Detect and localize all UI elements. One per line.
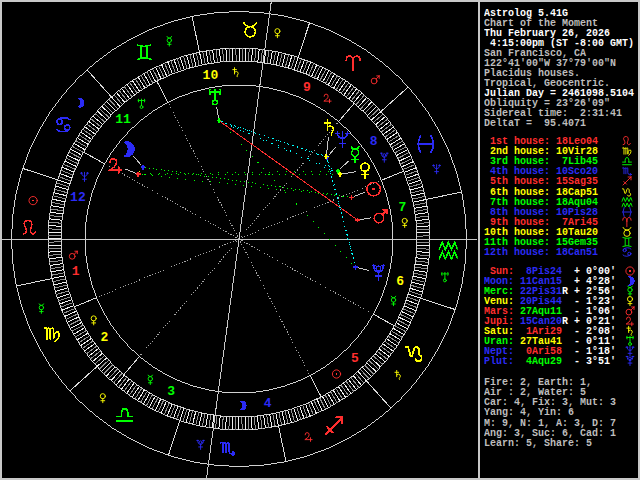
svg-text:4: 4	[264, 396, 272, 411]
svg-text:8: 8	[370, 134, 378, 149]
svg-text:6: 6	[396, 274, 404, 289]
svg-text:11: 11	[115, 112, 131, 127]
svg-text:5: 5	[351, 351, 359, 366]
svg-text:2: 2	[100, 330, 108, 345]
svg-text:7: 7	[398, 200, 406, 215]
svg-text:10: 10	[203, 68, 219, 83]
svg-text:1: 1	[72, 264, 80, 279]
svg-text:9: 9	[303, 80, 311, 95]
svg-text:3: 3	[167, 384, 175, 399]
svg-text:12: 12	[70, 190, 86, 205]
